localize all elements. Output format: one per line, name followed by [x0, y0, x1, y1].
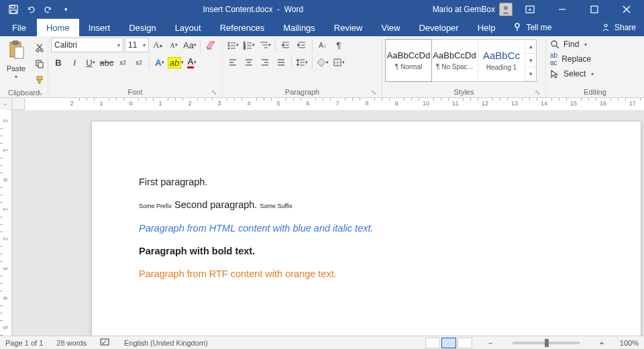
subscript-button[interactable]: x2 — [115, 55, 130, 70]
style-normal[interactable]: AaBbCcDd ¶ Normal — [385, 39, 432, 82]
horizontal-ruler[interactable]: 210123456789101112131415161718 — [24, 98, 644, 110]
ribbon-display-options[interactable] — [515, 0, 545, 19]
account-user[interactable]: Mario at GemBox — [433, 3, 513, 16]
tab-view[interactable]: View — [372, 19, 409, 36]
tab-review[interactable]: Review — [325, 19, 372, 36]
clear-formatting-button[interactable] — [203, 38, 218, 52]
document-page[interactable]: First paragraph. Some Prefix Second para… — [91, 121, 641, 336]
group-label-font: Font⤡ — [51, 87, 219, 97]
window-title: Insert Content.docx - Word — [74, 5, 433, 14]
chevron-down-icon[interactable]: ▾ — [525, 54, 536, 68]
style-no-spacing[interactable]: AaBbCcDd ¶ No Spac... — [431, 40, 478, 81]
tab-mailings[interactable]: Mailings — [274, 19, 325, 36]
status-spellcheck-icon[interactable] — [100, 338, 111, 348]
bold-button[interactable]: B — [51, 55, 66, 70]
align-center-button[interactable] — [241, 55, 256, 70]
justify-button[interactable] — [274, 55, 288, 70]
document-canvas[interactable]: First paragraph. Some Prefix Second para… — [12, 110, 644, 336]
grow-font-button[interactable]: A▴ — [150, 38, 165, 52]
view-read-mode[interactable] — [425, 338, 440, 348]
tab-help[interactable]: Help — [468, 19, 505, 36]
zoom-level[interactable]: 100% — [620, 339, 639, 347]
paste-label: Paste — [7, 64, 25, 72]
multilevel-list-button[interactable]: ▾ — [258, 38, 272, 52]
qat-customize-icon[interactable]: ▾ — [58, 1, 74, 17]
zoom-slider[interactable] — [513, 342, 580, 344]
tab-layout[interactable]: Layout — [166, 19, 211, 36]
group-font: Calibri▾ 11▾ A▴ A▾ Aa▾ B I U▾ abc x2 x2 … — [48, 36, 223, 97]
select-button[interactable]: Select▾ — [549, 68, 595, 79]
tab-insert[interactable]: Insert — [79, 19, 120, 36]
paragraph-2[interactable]: Some Prefix Second paragraph. Some Suffi… — [139, 198, 594, 211]
status-language[interactable]: English (United Kingdom) — [124, 339, 208, 347]
font-name-combo[interactable]: Calibri▾ — [51, 38, 123, 52]
paragraph-3[interactable]: Paragraph from HTML content with blue an… — [139, 221, 594, 235]
clipboard-launcher-icon[interactable]: ⤡ — [36, 89, 44, 97]
strikethrough-button[interactable]: abc — [99, 55, 114, 70]
highlight-button[interactable]: ab▾ — [168, 55, 183, 70]
status-page[interactable]: Page 1 of 1 — [5, 339, 43, 347]
tab-file[interactable]: File — [1, 19, 37, 36]
minimize-button[interactable] — [547, 0, 577, 19]
change-case-button[interactable]: Aa▾ — [182, 38, 197, 52]
styles-gallery[interactable]: AaBbCcDd ¶ Normal AaBbCcDd ¶ No Spac... … — [385, 39, 537, 82]
align-left-button[interactable] — [225, 55, 240, 70]
styles-scroll[interactable]: ▴ ▾ ▾ — [525, 40, 536, 81]
show-hide-button[interactable]: ¶ — [331, 38, 346, 52]
paragraph-1[interactable]: First paragraph. — [139, 175, 594, 189]
find-button[interactable]: Find▾ — [549, 39, 595, 50]
styles-expand-icon[interactable]: ▾ — [525, 67, 536, 81]
app-name: Word — [284, 5, 303, 14]
styles-launcher-icon[interactable]: ⤡ — [533, 88, 541, 96]
tab-developer[interactable]: Developer — [409, 19, 468, 36]
tab-design[interactable]: Design — [119, 19, 165, 36]
sort-button[interactable]: A↓ — [315, 38, 330, 52]
save-icon[interactable] — [5, 1, 21, 17]
close-button[interactable] — [612, 0, 641, 19]
numbering-button[interactable]: 123▾ — [241, 38, 256, 52]
underline-button[interactable]: U▾ — [83, 55, 98, 70]
share-button[interactable]: Share — [593, 19, 644, 36]
paragraph-4[interactable]: Paragraph with bold text. — [139, 244, 594, 258]
font-color-button[interactable]: A▾ — [184, 55, 199, 70]
status-words[interactable]: 28 words — [56, 339, 87, 347]
tab-references[interactable]: References — [211, 19, 274, 36]
ruler-corner: ⌐ — [0, 98, 12, 110]
tell-me-search[interactable]: Tell me — [504, 19, 559, 36]
vertical-ruler[interactable]: 21012345678 — [0, 110, 12, 336]
borders-button[interactable]: ▾ — [331, 55, 346, 70]
zoom-slider-thumb[interactable] — [545, 339, 549, 347]
redo-icon[interactable] — [40, 1, 56, 17]
text-effects-button[interactable]: A▾ — [152, 55, 167, 70]
shading-button[interactable]: ▾ — [315, 55, 330, 70]
document-filename: Insert Content.docx — [203, 5, 272, 14]
font-launcher-icon[interactable]: ⤡ — [210, 88, 218, 96]
paste-button[interactable]: Paste ▾ — [3, 38, 30, 83]
view-print-layout[interactable] — [441, 338, 456, 348]
decrease-indent-button[interactable] — [278, 38, 293, 52]
line-spacing-button[interactable]: ▾ — [294, 55, 309, 70]
increase-indent-button[interactable] — [294, 38, 309, 52]
font-size-combo[interactable]: 11▾ — [125, 38, 149, 52]
superscript-button[interactable]: x2 — [131, 55, 146, 70]
undo-icon[interactable] — [23, 1, 39, 17]
italic-button[interactable]: I — [67, 55, 82, 70]
align-right-button[interactable] — [258, 55, 272, 70]
replace-button[interactable]: abacReplace — [549, 51, 595, 67]
paragraph-5[interactable]: Paragraph from RTF content with orange t… — [139, 267, 594, 281]
maximize-button[interactable] — [580, 0, 609, 19]
shrink-font-button[interactable]: A▾ — [166, 38, 181, 52]
bullets-button[interactable]: ▾ — [225, 38, 240, 52]
copy-button[interactable] — [32, 56, 47, 71]
paragraph-launcher-icon[interactable]: ⤡ — [370, 88, 378, 96]
cut-button[interactable] — [32, 40, 47, 55]
tell-me-label: Tell me — [526, 23, 551, 32]
tab-home[interactable]: Home — [37, 19, 79, 36]
chevron-up-icon[interactable]: ▴ — [525, 40, 536, 54]
format-painter-button[interactable] — [32, 72, 47, 87]
style-heading-1[interactable]: AaBbCc Heading 1 — [478, 40, 525, 81]
quick-access-toolbar: ▾ — [0, 1, 74, 17]
view-web-layout[interactable] — [458, 338, 472, 348]
zoom-out-button[interactable]: − — [486, 339, 495, 347]
zoom-in-button[interactable]: + — [597, 339, 606, 347]
